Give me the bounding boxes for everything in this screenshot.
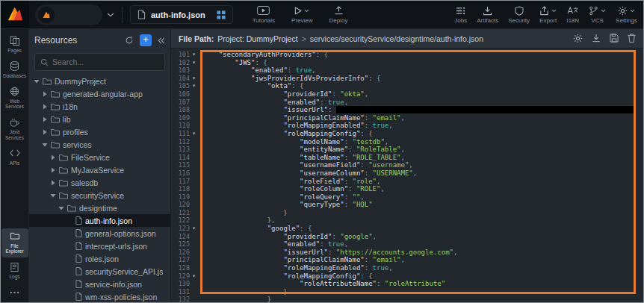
rail-item-pages[interactable]: Pages — [1, 33, 28, 57]
add-resource-button[interactable]: + — [140, 34, 152, 46]
tree-folder-salesdb[interactable]: salesdb — [29, 176, 170, 189]
tree-folder-securityservice[interactable]: securityService — [29, 189, 170, 202]
code-line-109[interactable]: 109 "principalClaimName": "email", — [171, 114, 643, 122]
code-line-128[interactable]: 128 "roleMappingEnabled": true, — [171, 264, 643, 272]
code-text: "usernameField": "username", — [198, 161, 413, 169]
code-line-102[interactable]: 102▾ "JWS": { — [171, 59, 643, 67]
caret-right-icon[interactable] — [50, 154, 56, 160]
refresh-icon[interactable] — [125, 36, 134, 45]
tree-folder-designtime[interactable]: designtime — [29, 202, 170, 214]
caret-right-icon[interactable] — [42, 91, 48, 97]
code-line-103[interactable]: 103 "enabled": true, — [171, 66, 643, 75]
download-button[interactable] — [592, 34, 601, 43]
code-line-111[interactable]: 111▾ "roleMappingConfig": { — [171, 130, 643, 138]
rail-item-apis[interactable]: APIs — [1, 146, 28, 169]
settings-button[interactable] — [573, 34, 583, 43]
topbar-export-button[interactable]: Export — [539, 5, 557, 24]
topbar-security-button[interactable]: Security — [508, 5, 530, 24]
api-icon — [10, 149, 20, 158]
tree-folder-services[interactable]: services — [29, 138, 170, 151]
code-line-106[interactable]: 106 "providerId": "okta", — [171, 90, 643, 99]
tree-folder-i18n[interactable]: i18n — [29, 100, 170, 113]
code-editor[interactable]: 101▾ "secondaryAuthProviders": {102▾ "JW… — [171, 49, 643, 303]
tree-file-general-options-json[interactable]: general-options.json — [29, 227, 170, 240]
project-chevron-down-icon[interactable] — [107, 13, 114, 17]
rail-item-web-services[interactable]: Web Services — [1, 84, 28, 113]
caret-down-icon[interactable] — [58, 206, 64, 210]
code-text: "modelName": "testdb", — [198, 138, 388, 146]
collapse-panel-icon[interactable] — [158, 37, 165, 44]
tree-folder-dummyproject[interactable]: DummyProject — [29, 75, 170, 87]
save-button[interactable] — [610, 34, 619, 43]
caret-right-icon[interactable] — [42, 116, 48, 122]
code-line-129[interactable]: 129▾ "roleMappingConfig": { — [171, 272, 643, 281]
code-line-105[interactable]: 105▾ "okta": { — [171, 82, 643, 90]
code-line-101[interactable]: 101▾ "secondaryAuthProviders": { — [171, 51, 643, 59]
caret-right-icon[interactable] — [42, 129, 48, 135]
rail-item-file-explorer[interactable]: File Explorer — [1, 228, 28, 258]
code-line-113[interactable]: 113 "entityName": "RoleTable", — [171, 146, 643, 154]
delete-button[interactable] — [628, 34, 636, 43]
code-line-130[interactable]: 130 "roleAttributeName": "roleAttribute" — [171, 280, 643, 288]
search-input[interactable] — [52, 57, 159, 66]
caret-right-icon[interactable] — [50, 180, 56, 186]
code-line-125[interactable]: 125 "enabled": true, — [171, 240, 643, 249]
code-line-126[interactable]: 126 "issuerUrl": "https://accounts.googl… — [171, 249, 643, 257]
tree-file-securityservice-api-js[interactable]: securityService_API.js — [29, 265, 170, 278]
tree-file-service-info-json[interactable]: service-info.json — [29, 278, 170, 290]
code-line-112[interactable]: 112 "modelName": "testdb", — [171, 138, 643, 146]
caret-down-icon[interactable] — [34, 79, 40, 84]
code-text: "enabled": true, — [198, 240, 348, 249]
rail-item-java-services[interactable]: Java Services — [1, 114, 28, 144]
tree-file-wm-xss-policies-json[interactable]: wm-xss-policies.json — [29, 290, 170, 303]
code-line-104[interactable]: 104▾ "jwsProviderIdVsProviderInfo": { — [171, 75, 643, 83]
code-line-120[interactable]: 120 "queryType": "HQL" — [171, 201, 643, 209]
topbar-settings-button[interactable]: Settings — [616, 5, 637, 24]
code-line-118[interactable]: 118 "roleColumn": "ROLE", — [171, 185, 643, 193]
tree-file-intercept-urls-json[interactable]: intercept-urls.json — [29, 240, 170, 252]
tutorials-button[interactable]: Tutorials — [253, 5, 275, 24]
caret-right-icon[interactable] — [50, 167, 56, 173]
open-file-tab[interactable]: auth-info.json — [130, 5, 233, 24]
tree-folder-lib[interactable]: lib — [29, 113, 170, 125]
code-line-131[interactable]: 131 } — [171, 288, 643, 296]
code-line-114[interactable]: 114 "tableName": "ROLE_TABLE", — [171, 154, 643, 162]
tree-folder-fileservice[interactable]: FileService — [29, 151, 170, 163]
search-box[interactable] — [34, 53, 165, 71]
code-line-124[interactable]: 124 "providerId": "google", — [171, 233, 643, 241]
code-line-119[interactable]: 119 "roleQuery": "", — [171, 193, 643, 202]
rail-item-logs[interactable]: Logs — [1, 259, 28, 283]
topbar-jobs-button[interactable]: Jobs — [454, 5, 467, 24]
topbar-i18n-button[interactable]: I18N — [566, 5, 579, 24]
logs-icon — [10, 262, 19, 272]
rail-item-databases[interactable]: Databases — [1, 58, 28, 82]
code-line-127[interactable]: 127 "principalClaimName": "email", — [171, 256, 643, 264]
tree-file-auth-info-json[interactable]: auth-info.json — [29, 214, 170, 227]
topbar-vcs-button[interactable]: VCS — [589, 5, 606, 24]
caret-down-icon[interactable] — [42, 143, 48, 147]
code-line-132[interactable]: 132 } — [171, 296, 643, 303]
code-line-107[interactable]: 107 "enabled": true, — [171, 99, 643, 107]
tree-file-roles-json[interactable]: roles.json — [29, 252, 170, 265]
tree-folder-profiles[interactable]: profiles — [29, 125, 170, 138]
code-line-110[interactable]: 110 "roleMappingEnabled": true, — [171, 122, 643, 130]
rail-item-more[interactable] — [1, 284, 28, 300]
tree-folder-generated-angular-app[interactable]: generated-angular-app — [29, 87, 170, 100]
app-logo[interactable] — [1, 1, 29, 29]
caret-down-icon[interactable] — [50, 193, 56, 198]
code-line-121[interactable]: 121 } — [171, 209, 643, 217]
code-line-117[interactable]: 117 "roleField": "role", — [171, 178, 643, 186]
grid-icon[interactable] — [217, 10, 226, 19]
code-line-122[interactable]: 122 }, — [171, 216, 643, 225]
project-switcher[interactable] — [35, 4, 102, 25]
code-line-123[interactable]: 123▾ "google": { — [171, 225, 643, 233]
caret-right-icon[interactable] — [42, 104, 48, 110]
divider — [122, 7, 123, 23]
deploy-button[interactable]: Deploy — [329, 5, 348, 24]
code-line-115[interactable]: 115 "usernameField": "username", — [171, 161, 643, 169]
tree-folder-myjavaservice[interactable]: MyJavaService — [29, 163, 170, 176]
preview-button[interactable]: Preview — [291, 5, 312, 24]
topbar-artifacts-button[interactable]: Artifacts — [477, 5, 498, 24]
code-line-108[interactable]: 108 "issuerUrl": — [171, 106, 643, 114]
code-line-116[interactable]: 116 "usernameColumn": "USERNAME", — [171, 169, 643, 178]
